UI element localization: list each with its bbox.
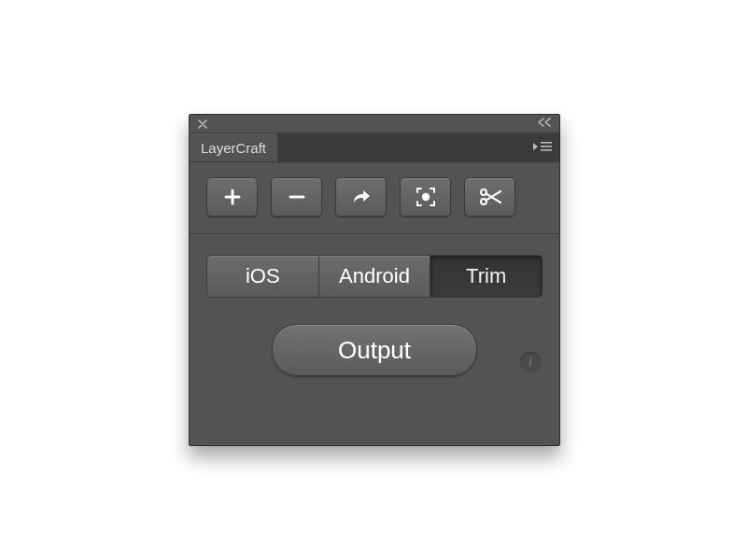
select-target-button[interactable] [400, 177, 451, 217]
output-label: Output [338, 336, 411, 365]
add-button[interactable] [206, 177, 258, 217]
svg-rect-2 [541, 149, 552, 151]
svg-rect-1 [541, 146, 552, 147]
close-icon[interactable] [197, 119, 208, 130]
share-arrow-icon [351, 189, 372, 205]
output-button[interactable]: Output [272, 324, 477, 376]
remove-button[interactable] [271, 177, 322, 217]
target-selection-icon [416, 187, 436, 207]
segment-trim[interactable]: Trim [430, 255, 543, 298]
segment-android[interactable]: Android [318, 255, 430, 298]
toolbar [190, 162, 559, 233]
segment-label: Trim [466, 264, 506, 288]
cut-button[interactable] [464, 177, 515, 217]
segment-label: Android [339, 264, 410, 288]
panel-title: LayerCraft [201, 140, 266, 156]
svg-rect-0 [541, 142, 552, 144]
segment-ios[interactable]: iOS [206, 255, 318, 298]
share-button[interactable] [335, 177, 387, 217]
svg-point-3 [421, 193, 429, 201]
platform-segmented-control: iOS Android Trim [206, 255, 543, 298]
collapse-double-arrow-icon[interactable] [537, 118, 552, 129]
info-glyph: i [529, 355, 532, 370]
tab-gutter [278, 133, 559, 161]
tab-strip: LayerCraft [190, 133, 559, 162]
titlebar [190, 115, 559, 133]
flyout-menu-icon[interactable] [533, 141, 552, 154]
plus-icon [223, 188, 242, 206]
minus-icon [288, 188, 306, 206]
panel: LayerCraft [189, 114, 560, 446]
panel-tab[interactable]: LayerCraft [190, 133, 278, 161]
scissors-icon [479, 188, 501, 206]
info-icon[interactable]: i [520, 352, 541, 372]
output-row: Output i [206, 324, 543, 376]
segment-label: iOS [246, 264, 280, 288]
options-section: iOS Android Trim Output i [190, 234, 559, 393]
